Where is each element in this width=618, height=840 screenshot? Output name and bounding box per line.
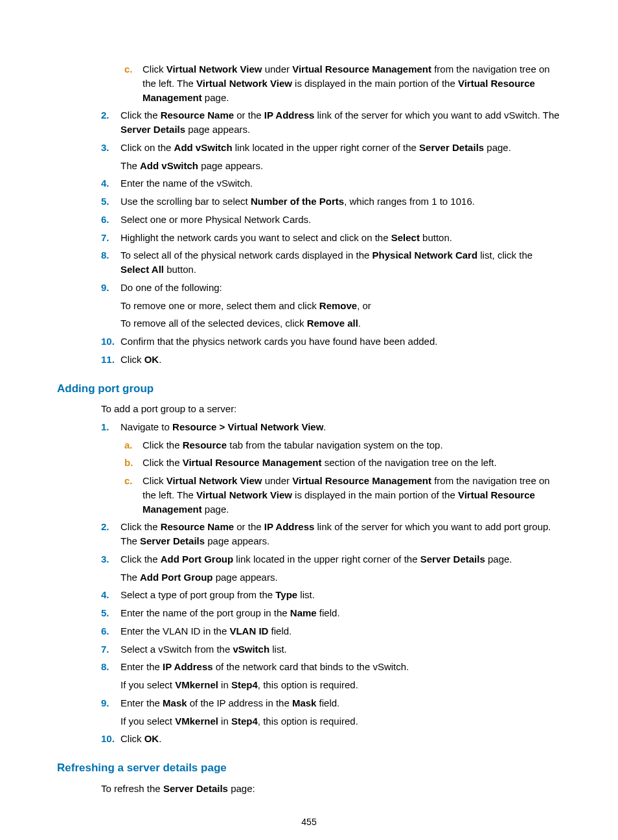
pg-step-6: 6. Enter the VLAN ID in the VLAN ID fiel… [101,624,561,638]
step-11: 11. Click OK. [101,353,561,367]
pg-substep-c: c. Click Virtual Network View under Virt… [124,474,561,516]
heading-refreshing: Refreshing a server details page [57,760,561,776]
step-4: 4. Enter the name of the vSwitch. [101,176,561,191]
pg-step-4: 4. Select a type of port group from the … [101,588,561,602]
page-number: 455 [57,815,561,828]
marker-c: c. [124,62,143,104]
step-9-sub1: To remove one or more, select them and c… [120,299,561,313]
pg-step-10: 10. Click OK. [101,732,561,746]
step-3: 3. Click on the Add vSwitch link located… [101,141,561,155]
step-10: 10. Confirm that the physics network car… [101,334,561,349]
pg-step-3: 3. Click the Add Port Group link located… [101,552,561,566]
pg-step-9-sub: If you select VMkernel in Step4, this op… [120,714,561,729]
step-7: 7. Highlight the network cards you want … [101,231,561,245]
substep-c: c. Click Virtual Network View under Virt… [124,62,561,104]
intro-refresh: To refresh the Server Details page: [101,782,561,796]
step-3-sub: The Add vSwitch page appears. [120,159,561,173]
pg-substep-a: a. Click the Resource tab from the tabul… [124,438,561,452]
step-2: 2. Click the Resource Name or the IP Add… [101,108,561,137]
intro-port-group: To add a port group to a server: [101,402,561,416]
pg-step-5: 5. Enter the name of the port group in t… [101,606,561,620]
pg-step-2: 2. Click the Resource Name or the IP Add… [101,520,561,548]
step-5: 5. Use the scrolling bar to select Numbe… [101,194,561,209]
step-9: 9. Do one of the following: [101,281,561,295]
step-9-sub2: To remove all of the selected devices, c… [120,316,561,331]
heading-adding-port-group: Adding port group [57,381,561,397]
step-8: 8. To select all of the physical network… [101,248,561,277]
substep-c-text: Click Virtual Network View under Virtual… [143,62,561,104]
pg-step-9: 9. Enter the Mask of the IP address in t… [101,696,561,710]
pg-step-1: 1. Navigate to Resource > Virtual Networ… [101,420,561,434]
step-6: 6. Select one or more Physical Network C… [101,213,561,227]
pg-step-8: 8. Enter the IP Address of the network c… [101,660,561,674]
pg-substep-b: b. Click the Virtual Resource Management… [124,456,561,470]
pg-step-3-sub: The Add Port Group page appears. [120,570,561,585]
pg-step-7: 7. Select a vSwitch from the vSwitch lis… [101,642,561,657]
pg-step-8-sub: If you select VMkernel in Step4, this op… [120,678,561,692]
